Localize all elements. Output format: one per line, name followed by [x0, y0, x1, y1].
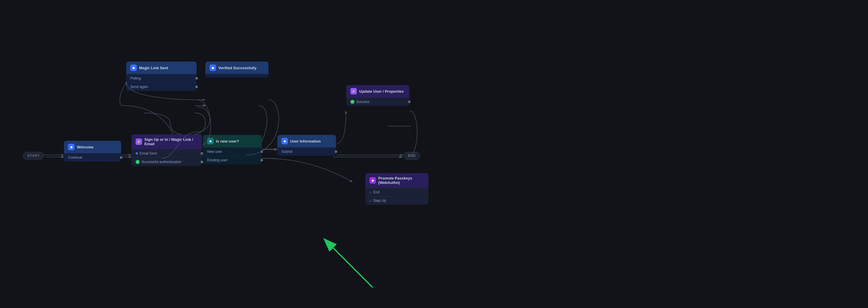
verified-title: Verified Successfully — [218, 66, 256, 70]
end-label: END — [403, 152, 420, 160]
send-again-label: Send again — [130, 85, 148, 89]
signup-header: ⚡ Sign Up or In / Magic Link / Email — [131, 134, 202, 149]
flow-canvas: START END ◆ Welcome Continue ◆ Magic Lin… — [0, 0, 868, 308]
is-new-user-node[interactable]: ◆ Is new user? New user Existing user — [203, 135, 262, 164]
success-auth-connector[interactable] — [201, 161, 203, 163]
user-info-body: Submit — [277, 147, 336, 156]
signup-body: Email Sent ✓ Successful authentication — [131, 149, 202, 166]
is-new-user-icon: ◆ — [207, 138, 214, 144]
welcome-icon: ◆ — [68, 144, 74, 150]
continue-connector[interactable] — [120, 156, 122, 159]
email-sent-label: Email Sent — [140, 151, 157, 155]
passkeys-stepup-label: Step Up — [373, 198, 386, 203]
submit-label: Submit — [281, 150, 292, 154]
success-connector[interactable] — [408, 101, 410, 103]
signup-icon: ⚡ — [135, 138, 142, 145]
promote-passkeys-title: Promote Passkeys (WebAuthn) — [378, 176, 424, 185]
magic-link-body: Polling Send again — [126, 74, 196, 91]
promote-passkeys-icon: ◈ — [369, 177, 376, 184]
update-user-body: ✓ Success — [346, 97, 409, 106]
email-sent-connector[interactable] — [201, 152, 203, 155]
update-user-icon: ⚡ — [350, 88, 357, 94]
update-user-node[interactable]: ⚡ Update User / Properties ✓ Success — [346, 85, 409, 106]
user-info-header: ◆ User Information — [277, 135, 336, 147]
signup-row-success-auth[interactable]: ✓ Successful authentication — [131, 157, 202, 166]
green-arrow — [308, 217, 381, 290]
success-auth-label: Successful authentication — [142, 160, 181, 164]
magic-link-row-polling[interactable]: Polling — [126, 74, 196, 83]
verified-node[interactable]: ◆ Verified Successfully — [206, 62, 269, 78]
passkeys-stepup-row[interactable]: ∨ Step Up — [365, 196, 428, 205]
connections-layer — [0, 0, 868, 308]
success-check: ✓ — [350, 100, 354, 104]
existing-user-row[interactable]: Existing user — [203, 156, 262, 164]
passkeys-end-row[interactable]: ∨ End — [365, 188, 428, 196]
promote-passkeys-node[interactable]: ◈ Promote Passkeys (WebAuthn) ∨ End ∨ St… — [365, 173, 428, 205]
user-info-icon: ◆ — [281, 138, 288, 144]
is-new-user-header: ◆ Is new user? — [203, 135, 262, 147]
magic-link-icon: ◆ — [130, 65, 137, 71]
verified-header: ◆ Verified Successfully — [206, 62, 269, 74]
magic-link-node[interactable]: ◆ Magic Link Sent Polling Send again — [126, 62, 196, 91]
welcome-node[interactable]: ◆ Welcome Continue — [64, 141, 121, 162]
submit-connector[interactable] — [335, 151, 337, 153]
welcome-body: Continue — [64, 153, 121, 162]
magic-link-row-send-again[interactable]: Send again — [126, 83, 196, 91]
is-new-user-title: Is new user? — [216, 139, 239, 144]
update-user-title: Update User / Properties — [359, 89, 404, 94]
new-user-label: New user — [207, 150, 222, 154]
success-label: Success — [356, 100, 369, 104]
promote-passkeys-body: ∨ End ∨ Step Up — [365, 188, 428, 205]
verified-icon: ◆ — [210, 65, 216, 71]
start-label: START — [23, 152, 44, 160]
verified-body — [206, 74, 269, 78]
send-again-connector[interactable] — [195, 86, 198, 88]
success-row[interactable]: ✓ Success — [346, 97, 409, 106]
welcome-header: ◆ Welcome — [64, 141, 121, 153]
new-user-row[interactable]: New user — [203, 147, 262, 156]
new-user-connector[interactable] — [260, 151, 263, 153]
success-auth-check: ✓ — [135, 160, 140, 164]
signup-row-email-sent[interactable]: Email Sent — [131, 149, 202, 157]
passkeys-stepup-chevron: ∨ — [369, 199, 372, 203]
signup-title: Sign Up or In / Magic Link / Email — [144, 137, 198, 146]
is-new-user-body: New user Existing user — [203, 147, 262, 164]
passkeys-end-chevron: ∨ — [369, 191, 372, 194]
polling-connector[interactable] — [195, 77, 198, 80]
user-info-title: User Information — [290, 139, 321, 144]
magic-link-header: ◆ Magic Link Sent — [126, 62, 196, 74]
existing-user-label: Existing user — [207, 158, 227, 162]
existing-user-connector[interactable] — [260, 159, 263, 161]
update-user-header: ⚡ Update User / Properties — [346, 85, 409, 97]
signup-node[interactable]: ⚡ Sign Up or In / Magic Link / Email Ema… — [131, 134, 202, 166]
submit-row[interactable]: Submit — [277, 147, 336, 156]
magic-link-title: Magic Link Sent — [139, 66, 168, 70]
welcome-continue-label: Continue — [68, 155, 82, 160]
email-sent-dot — [135, 152, 138, 155]
welcome-row-continue[interactable]: Continue — [64, 153, 121, 162]
svg-line-10 — [326, 241, 373, 287]
polling-label: Polling — [130, 76, 141, 81]
user-info-node[interactable]: ◆ User Information Submit — [277, 135, 336, 156]
welcome-title: Welcome — [77, 145, 94, 149]
main-connections — [0, 0, 868, 308]
passkeys-end-label: End — [373, 190, 379, 194]
promote-passkeys-header: ◈ Promote Passkeys (WebAuthn) — [365, 173, 428, 188]
